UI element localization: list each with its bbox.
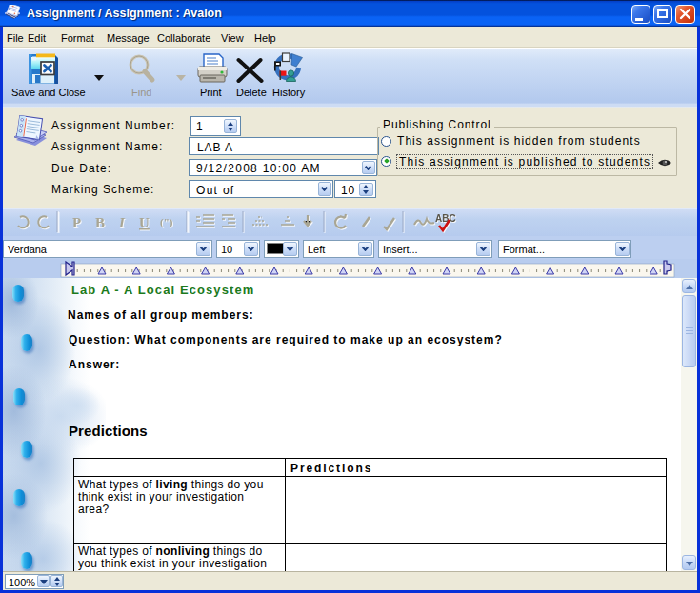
svg-text:ABC: ABC bbox=[435, 213, 456, 224]
svg-text:("): (") bbox=[160, 216, 173, 228]
svg-text:I: I bbox=[118, 215, 126, 230]
svg-text:U: U bbox=[139, 215, 150, 230]
svg-text:B: B bbox=[95, 215, 105, 230]
svg-text:P: P bbox=[72, 215, 81, 230]
